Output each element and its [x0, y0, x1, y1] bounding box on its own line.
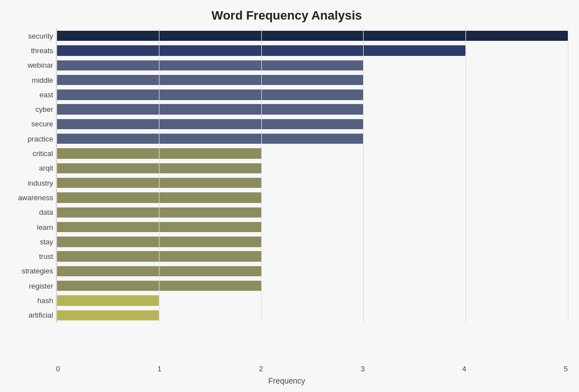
y-label: middle: [6, 77, 53, 84]
bar: [57, 237, 261, 247]
x-tick: 3: [361, 365, 365, 373]
bar-row: [57, 29, 568, 43]
bar-row: [57, 234, 568, 249]
bar: [57, 266, 261, 276]
bar-row: [57, 190, 568, 205]
bar-row: [57, 264, 568, 278]
bar: [57, 89, 363, 100]
bar: [57, 163, 261, 173]
bar: [57, 119, 363, 129]
x-tick: 1: [158, 365, 162, 373]
bar: [57, 75, 363, 85]
bar-row: [57, 220, 568, 234]
grid-line: [568, 29, 568, 323]
x-tick: 5: [564, 365, 568, 373]
y-label: data: [6, 209, 53, 216]
x-tick: 4: [462, 365, 466, 373]
bar: [57, 45, 465, 55]
bar: [57, 104, 363, 114]
y-label: register: [6, 282, 53, 290]
bar: [57, 60, 363, 70]
y-label: secure: [6, 120, 53, 127]
bar: [57, 251, 261, 261]
y-label: east: [6, 91, 53, 98]
y-label: webinar: [6, 62, 53, 69]
chart-area: securitythreatswebinarmiddleeastcybersec…: [6, 29, 568, 323]
x-axis: 012345: [56, 365, 568, 373]
y-label: awareness: [6, 194, 53, 201]
bar: [57, 281, 261, 291]
bar-row: [57, 293, 568, 308]
bar-row: [57, 131, 568, 146]
bar: [57, 207, 261, 218]
y-label: industry: [6, 180, 53, 187]
y-label: trust: [6, 253, 53, 260]
x-axis-label: Frequency: [268, 376, 305, 385]
bar-row: [57, 73, 568, 87]
y-label: artificial: [6, 311, 53, 319]
bar: [57, 134, 363, 144]
y-label: stay: [6, 238, 53, 245]
bar-row: [57, 102, 568, 116]
bar: [57, 31, 568, 41]
bar-row: [57, 249, 568, 263]
y-label: learn: [6, 224, 53, 231]
y-label: threats: [6, 47, 53, 54]
bar-row: [57, 308, 568, 323]
bar-row: [57, 87, 568, 102]
y-label: strategies: [6, 267, 53, 275]
x-tick: 0: [56, 365, 60, 373]
bar-row: [57, 117, 568, 131]
bar: [57, 222, 261, 232]
bar: [57, 148, 261, 158]
bar-row: [57, 278, 568, 293]
y-label: cyber: [6, 106, 53, 113]
bar-row: [57, 161, 568, 176]
bar-row: [57, 176, 568, 190]
y-label: security: [6, 32, 53, 40]
bar: [57, 310, 159, 320]
y-label: critical: [6, 150, 53, 157]
y-label: practice: [6, 135, 53, 143]
bars-area: [56, 29, 568, 323]
chart-container: Word Frequency Analysis securitythreatsw…: [0, 0, 579, 392]
bar-row: [57, 146, 568, 160]
x-tick: 2: [259, 365, 263, 373]
bar-row: [57, 58, 568, 73]
bar: [57, 295, 159, 305]
bar: [57, 178, 261, 188]
bar-row: [57, 205, 568, 220]
chart-title: Word Frequency Analysis: [6, 6, 568, 23]
bar-row: [57, 43, 568, 58]
y-axis: securitythreatswebinarmiddleeastcybersec…: [6, 29, 56, 323]
bar: [57, 192, 261, 202]
y-label: arqit: [6, 164, 53, 172]
y-label: hash: [6, 297, 53, 304]
